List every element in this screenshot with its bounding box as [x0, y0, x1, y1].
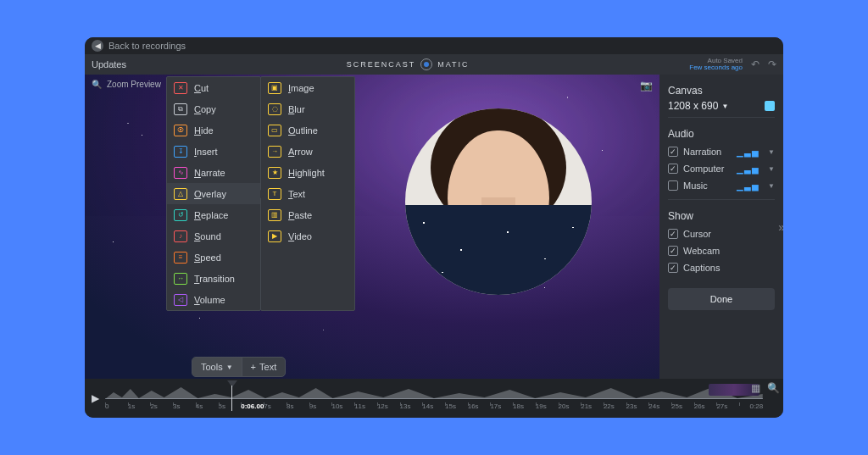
overlay-item-arrow[interactable]: →Arrow	[261, 141, 354, 162]
tools-label: Tools	[201, 362, 223, 372]
chevron-down-icon[interactable]: ▼	[768, 165, 775, 173]
camera-icon[interactable]: 📷	[640, 80, 653, 92]
back-label[interactable]: Back to recordings	[108, 41, 186, 51]
done-button[interactable]: Done	[668, 288, 775, 310]
volume-icon: ◁	[174, 294, 187, 306]
chevron-down-icon[interactable]: ▼	[768, 182, 775, 190]
timeline-tick: 8s	[287, 402, 309, 416]
tools-item-copy[interactable]: ⧉Copy	[167, 98, 260, 119]
tools-item-volume[interactable]: ◁Volume	[167, 289, 260, 310]
overlay-item-video[interactable]: ▶Video	[261, 225, 354, 247]
tools-item-speed[interactable]: ≡Speed	[167, 247, 260, 268]
timeline-tick: 4s	[196, 402, 219, 416]
replace-icon: ↺	[174, 209, 187, 221]
tools-item-overlay[interactable]: △Overlay	[167, 183, 260, 204]
audio-computer-toggle[interactable]: Computer▁▃▅▼	[668, 160, 775, 177]
canvas-dimensions-select[interactable]: 1208 x 690 ▼	[668, 100, 728, 112]
menu-item-label: Blur	[288, 104, 305, 114]
timeline-thumb-icon[interactable]: ▦	[751, 382, 760, 394]
autosave-time: Few seconds ago	[689, 64, 743, 71]
show-captions-toggle[interactable]: Captions	[668, 259, 775, 276]
overlay-item-paste[interactable]: ▥Paste	[261, 204, 354, 225]
timeline-tick: 7s	[264, 402, 287, 416]
show-heading: Show	[668, 210, 775, 222]
updates-menu[interactable]: Updates	[92, 59, 126, 69]
menu-item-label: Cut	[194, 83, 209, 93]
chevron-down-icon[interactable]: ▼	[768, 148, 775, 156]
narrate-icon: ∿	[174, 167, 187, 179]
waveform	[105, 382, 763, 399]
checkbox-label: Webcam	[683, 246, 720, 256]
audio-narration-toggle[interactable]: Narration▁▃▅▼	[668, 143, 775, 160]
redo-icon[interactable]: ↷	[768, 58, 776, 70]
overlay-item-outline[interactable]: ▭Outline	[261, 119, 354, 141]
checkbox-label: Cursor	[683, 229, 711, 239]
add-text-button[interactable]: + Text	[242, 358, 286, 376]
overlay-item-image[interactable]: ▣Image	[261, 77, 354, 98]
tools-item-hide[interactable]: ⦿Hide	[167, 119, 260, 141]
text-icon: T	[268, 188, 281, 200]
divider	[668, 199, 775, 200]
timeline-tick: 17s	[490, 402, 513, 416]
tools-item-sound[interactable]: ♪Sound	[167, 225, 260, 247]
chevron-down-icon: ▼	[721, 103, 728, 110]
overlay-item-highlight[interactable]: ★Highlight	[261, 162, 354, 183]
sidebar-expand-icon[interactable]: »	[778, 220, 783, 234]
menu-item-label: Speed	[194, 252, 221, 263]
timeline-tick: 13s	[400, 402, 423, 416]
checkbox-icon	[668, 180, 678, 191]
timeline: ▶ ▦ 🔍 01s2s3s4s5s0:06.007s8s9s10s11s12s1…	[85, 379, 783, 418]
timeline-tick: 0:06.00	[241, 402, 264, 416]
timeline-tick: 11s	[354, 402, 377, 416]
brand-left: SCREENCAST	[347, 60, 416, 69]
zoom-search[interactable]: 🔍 Zoom Preview	[92, 80, 161, 89]
webcam-overlay[interactable]	[405, 108, 592, 295]
brand-right: MATIC	[437, 60, 469, 69]
timeline-tick: 12s	[377, 402, 400, 416]
checkbox-icon	[668, 263, 678, 273]
timeline-tick: 3s	[173, 402, 196, 416]
timeline-tick: 16s	[468, 402, 491, 416]
timeline-tick: 23s	[626, 402, 649, 416]
back-icon[interactable]: ◀	[92, 40, 103, 52]
tools-pill: Tools ▼ + Text	[192, 357, 286, 377]
checkbox-label: Computer	[683, 164, 724, 174]
divider	[668, 117, 775, 118]
timeline-track[interactable]: ▦ 🔍 01s2s3s4s5s0:06.007s8s9s10s11s12s13s…	[105, 379, 783, 418]
overlay-item-blur[interactable]: ◌Blur	[261, 98, 354, 119]
play-button[interactable]: ▶	[85, 379, 105, 418]
timeline-zoom-icon[interactable]: 🔍	[767, 382, 780, 394]
audio-level-icon: ▁▃▅	[737, 164, 760, 174]
tools-item-insert[interactable]: ↧Insert	[167, 141, 260, 162]
show-webcam-toggle[interactable]: Webcam	[668, 242, 775, 259]
tools-menu-overlay: ▣Image◌Blur▭Outline→Arrow★HighlightTText…	[260, 76, 355, 311]
tools-item-replace[interactable]: ↺Replace	[167, 204, 260, 225]
playhead-line[interactable]	[231, 386, 232, 411]
tools-dropdown-button[interactable]: Tools ▼	[192, 358, 242, 376]
timeline-tick: 25s	[671, 402, 694, 416]
tools-item-cut[interactable]: ✕Cut	[167, 77, 260, 98]
tools-item-transition[interactable]: ↔Transition	[167, 268, 260, 289]
timeline-tick: 27s	[716, 402, 739, 416]
preview-canvas[interactable]: 🔍 Zoom Preview 📷 ✕Cut⧉Copy⦿Hide↧Insert∿N…	[85, 75, 659, 379]
timeline-tick: 19s	[536, 402, 559, 416]
sidebar: Canvas 1208 x 690 ▼ Audio Narration▁▃▅▼C…	[659, 75, 783, 379]
menu-item-label: Sound	[194, 231, 221, 241]
video-icon: ▶	[268, 230, 281, 242]
timeline-tick: 26s	[694, 402, 717, 416]
tools-item-narrate[interactable]: ∿Narrate	[167, 162, 260, 183]
search-icon: 🔍	[92, 80, 102, 89]
menu-item-label: Arrow	[288, 147, 313, 157]
audio-music-toggle[interactable]: Music▁▃▅▼	[668, 177, 775, 194]
show-cursor-toggle[interactable]: Cursor	[668, 225, 775, 242]
done-label: Done	[710, 294, 732, 304]
timeline-tick: 0	[105, 402, 128, 416]
undo-icon[interactable]: ↶	[751, 58, 760, 70]
overlay-item-text[interactable]: TText	[261, 183, 354, 204]
text-label: Text	[259, 362, 276, 372]
canvas-color-swatch[interactable]	[765, 101, 775, 111]
menu-item-label: Image	[288, 83, 314, 93]
overlay-icon: △	[174, 188, 187, 200]
checkbox-icon	[668, 229, 678, 239]
app-window: ◀ Back to recordings Updates SCREENCAST …	[85, 37, 783, 418]
